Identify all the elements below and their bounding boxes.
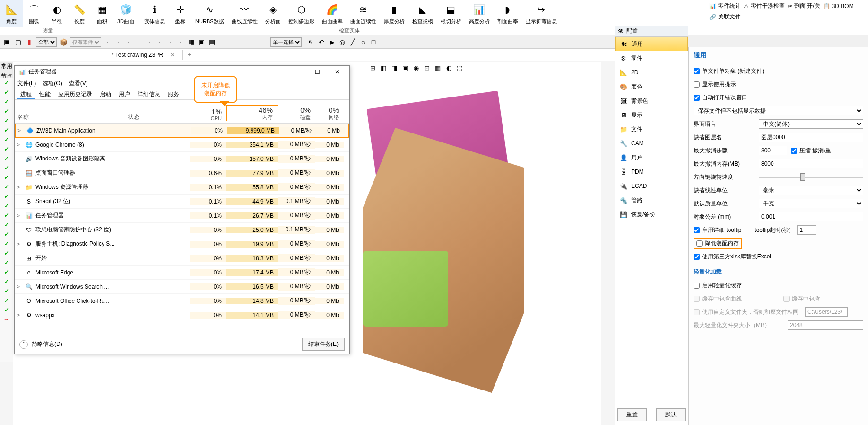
- process-row[interactable]: eMicrosoft Edge0%17.4 MB0 MB/秒0 Mb: [15, 266, 349, 280]
- expand-icon[interactable]: >: [17, 241, 22, 248]
- ribbon-entityinfo[interactable]: ℹ实体信息: [140, 0, 169, 27]
- cb-auto-error[interactable]: 自动打开错误窗口: [694, 94, 747, 102]
- enable-light-cache-cb[interactable]: 启用轻量化缓存: [694, 282, 742, 290]
- tree-check[interactable]: ✓: [4, 146, 9, 152]
- tree-check[interactable]: ✓: [4, 193, 9, 200]
- vp-icon[interactable]: ▦: [433, 63, 443, 72]
- config-item-4[interactable]: 🖼背景色: [615, 94, 688, 108]
- tree-check[interactable]: ✓: [4, 250, 9, 257]
- ribbon-arc[interactable]: ⌒圆弧: [23, 0, 45, 27]
- vp-icon[interactable]: ◐: [444, 63, 453, 72]
- expand-icon[interactable]: >: [17, 184, 22, 191]
- tree-check[interactable]: ✓: [4, 136, 9, 143]
- default-button[interactable]: 默认: [656, 408, 686, 421]
- undo-mem-input[interactable]: [759, 159, 863, 168]
- part-stats[interactable]: 📊零件统计: [709, 2, 741, 10]
- nav-circle[interactable]: ○: [358, 37, 368, 47]
- ribbon-radius[interactable]: ◐半径: [45, 0, 68, 27]
- process-row[interactable]: >🔍Microsoft Windows Search ...0%16.5 MB0…: [15, 280, 349, 294]
- ribbon-bend[interactable]: ↪显示折弯信息: [522, 0, 561, 27]
- process-row[interactable]: >🌐Google Chrome (8)0%354.1 MB0 MB/秒0 Mb: [15, 138, 349, 152]
- interference-check[interactable]: ⚠零件干涉检查: [744, 2, 785, 10]
- tree-check[interactable]: ✓: [4, 165, 9, 171]
- expand-icon[interactable]: >: [17, 312, 22, 319]
- expand-icon[interactable]: >: [17, 142, 22, 148]
- tooltip-timeout-input[interactable]: [797, 225, 816, 235]
- ribbon-area[interactable]: ▦面积: [91, 0, 113, 27]
- tree-check[interactable]: ✓: [4, 108, 9, 115]
- ribbon-length[interactable]: 📏长度: [68, 0, 91, 27]
- tb-small-5[interactable]: ·: [145, 37, 154, 47]
- tab-performance[interactable]: 性能: [35, 89, 54, 99]
- nav-arrow[interactable]: ↖: [306, 37, 316, 47]
- config-item-2[interactable]: 📐2D: [615, 65, 688, 80]
- ribbon-analsurf[interactable]: ◈分析面: [261, 0, 285, 27]
- tb-small-6[interactable]: ·: [155, 37, 165, 47]
- tab-add-button[interactable]: +: [183, 50, 196, 60]
- tree-check[interactable]: ✓: [4, 98, 9, 105]
- expand-icon[interactable]: >: [17, 283, 22, 290]
- nav-undo[interactable]: ↶: [317, 37, 326, 47]
- cache-curves-cb[interactable]: 缓存中包含曲线: [694, 295, 742, 303]
- tree-check[interactable]: ✓: [4, 203, 9, 209]
- process-row[interactable]: 🪟桌面窗口管理器0.6%77.9 MB0 MB/秒0 Mb: [15, 166, 349, 180]
- tab-details[interactable]: 详细信息: [134, 89, 164, 99]
- tree-check[interactable]: ✓: [4, 221, 9, 228]
- config-item-3[interactable]: 🎨颜色: [615, 80, 688, 94]
- tree-check[interactable]: ✓: [4, 80, 9, 86]
- tree-check[interactable]: ✓: [4, 288, 9, 294]
- max-undo-input[interactable]: [759, 146, 787, 155]
- tree-check[interactable]: ✓: [4, 269, 9, 275]
- process-row[interactable]: 🔊Windows 音频设备图形隔离0%157.0 MB0 MB/秒0 Mb: [15, 152, 349, 166]
- xlsx-lib-cb[interactable]: 使用第三方xlsx库替换Excel: [694, 253, 771, 261]
- process-row[interactable]: >⚙服务主机: Diagnostic Policy S...0%19.9 MB0…: [15, 237, 349, 251]
- nav-line[interactable]: ╱: [348, 37, 357, 47]
- tab-history[interactable]: 应用历史记录: [54, 89, 96, 99]
- menu-file[interactable]: 文件(F): [17, 80, 36, 88]
- tree-check[interactable]: ✓: [4, 278, 9, 285]
- tb-icon-1[interactable]: ▣: [2, 37, 11, 47]
- tolerance-input[interactable]: [759, 212, 863, 221]
- reduce-assembly-memory-cb[interactable]: 降低装配内存: [696, 239, 739, 248]
- ribbon-thick[interactable]: ▮厚度分析: [380, 0, 408, 27]
- tree-check[interactable]: ✓: [4, 89, 9, 96]
- tb-small-4[interactable]: ·: [134, 37, 144, 47]
- config-item-7[interactable]: 🔧CAM: [615, 136, 688, 151]
- menu-options[interactable]: 选项(O): [43, 80, 62, 88]
- cb-single-file[interactable]: 单文件单对象 (新建文件): [694, 67, 764, 75]
- filter-select-1[interactable]: 全部: [36, 37, 57, 47]
- tab-services[interactable]: 服务: [164, 89, 183, 99]
- ribbon-undercut[interactable]: ⬓根切分析: [437, 0, 465, 27]
- tb-small-10[interactable]: ▣: [197, 37, 206, 47]
- menu-view[interactable]: 查看(V): [69, 80, 88, 88]
- filter-select-2[interactable]: 仅有零件: [70, 37, 101, 47]
- col-disk[interactable]: 0%磁盘: [278, 106, 315, 121]
- tb-small-9[interactable]: ▦: [186, 37, 196, 47]
- ribbon-sectcurv[interactable]: ◗剖面曲率: [494, 0, 522, 27]
- tab-processes[interactable]: 进程: [17, 89, 35, 99]
- tb-icon-4[interactable]: 📦: [59, 37, 68, 47]
- process-row[interactable]: OMicrosoft Office Click-to-Ru...0%14.8 M…: [15, 294, 349, 308]
- tb-small-3[interactable]: ·: [124, 37, 133, 47]
- minimize-button[interactable]: —: [289, 66, 306, 78]
- config-item-9[interactable]: 🗄PDM: [615, 165, 688, 179]
- ribbon-curvecont[interactable]: 〰曲线连续性: [228, 0, 261, 27]
- tab-test-drawing[interactable]: * Test drawing.Z3PRT ✕: [104, 50, 183, 60]
- vp-icon[interactable]: ◧: [379, 63, 388, 72]
- ribbon-ctrlpoly[interactable]: ⬡控制多边形: [285, 0, 318, 27]
- tb-small-7[interactable]: ·: [165, 37, 175, 47]
- expand-icon[interactable]: >: [17, 212, 22, 219]
- brief-info-link[interactable]: 简略信息(D): [32, 340, 62, 348]
- mass-unit-select[interactable]: 千克: [759, 199, 863, 208]
- tb-small-2[interactable]: ·: [113, 37, 123, 47]
- 3d-model-part-green[interactable]: [363, 251, 448, 327]
- col-network[interactable]: 0%网络: [315, 106, 344, 121]
- ribbon-surfcurv[interactable]: 🌈曲面曲率: [318, 0, 347, 27]
- maximize-button[interactable]: ☐: [309, 66, 326, 78]
- tree-check[interactable]: ✓: [4, 240, 9, 247]
- process-row[interactable]: >📁Windows 资源管理器0.1%55.8 MB0 MB/秒0 Mb: [15, 180, 349, 195]
- config-item-6[interactable]: 📁文件: [615, 122, 688, 136]
- ribbon-3dsurf[interactable]: 🧊3D曲面: [113, 0, 138, 27]
- nav-square[interactable]: □: [369, 37, 378, 47]
- process-row[interactable]: SSnagit (32 位)0.1%44.9 MB0.1 MB/秒0 Mb: [15, 195, 349, 209]
